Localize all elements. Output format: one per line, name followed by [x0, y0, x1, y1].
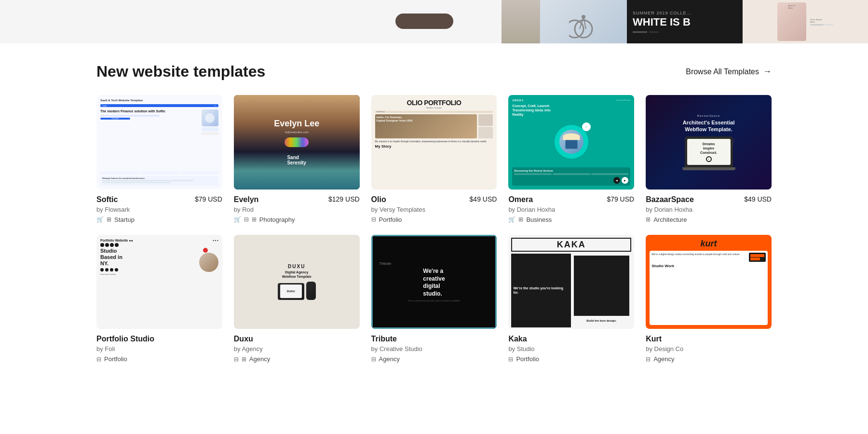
grid-icon-4: ⊞ [646, 216, 651, 223]
softic-tag-label: Startup [114, 216, 135, 223]
layout-icon-5: ⊟ [371, 356, 376, 363]
olio-tags: ⊟ Portfolio [371, 216, 497, 223]
portfolio-tags: ⊟ Portfolio [96, 355, 222, 363]
evelyn-thumbnail: Evelyn Lee hi@evelynlee.com Sand Serenit… [234, 95, 360, 190]
softic-name: Softic [96, 195, 118, 204]
layout-icon-7: ⊟ [646, 356, 651, 363]
evelyn-info: Evelyn $129 USD [234, 195, 360, 204]
tribute-sub-display: This is to demonstrate the wide range of… [404, 299, 464, 302]
tribute-thumbnail: Tribute We're a creative digital studio.… [371, 235, 497, 329]
grid-icon: ⊞ [107, 216, 111, 223]
evelyn-tags: 🛒 ⊟ ⊞ Photography [234, 216, 360, 223]
grid-icon-5: ⊞ [242, 356, 246, 363]
duxu-brand-display: DUXU [288, 264, 305, 269]
template-card-tribute[interactable]: Tribute We're a creative digital studio.… [371, 235, 497, 363]
softic-thumbnail: SaaS & Tech Website Template Softic ●●● … [96, 95, 222, 190]
cart-icon: 🛒 [96, 216, 104, 223]
evelyn-author: by Rod [234, 206, 360, 213]
omera-info: Omera $79 USD [508, 195, 634, 204]
hero-strip: SUMMER 2019 COLLE... WHITE IS B Back Pic… [0, 0, 868, 43]
evelyn-bottom-display: Sand Serenity [287, 155, 306, 165]
tribute-heading-display: We're a creative digital studio. [419, 268, 448, 298]
cart-icon-3: 🛒 [508, 216, 515, 223]
omera-tag-label: Business [526, 216, 552, 223]
portfolio-thumbnail: Portfolio Website ●● ● ● ● StudioBased i… [96, 235, 222, 329]
template-card-omera[interactable]: OMERA Concept Craft Launch Concept, Craf… [508, 95, 634, 223]
evelyn-name-display: Evelyn Lee [274, 119, 319, 129]
template-card-kaka[interactable]: KAKA We're the studio you're looking for… [508, 235, 634, 363]
preview-card-4: Back PicBlack Some SharedBlack [743, 0, 868, 43]
bazaar-tags: ⊞ Architecture [646, 216, 772, 223]
olio-info: Olio $49 USD [371, 195, 497, 204]
bazaar-thumbnail: BazaarSpace Architect's EssentialWebflow… [646, 95, 772, 190]
template-card-portfolio[interactable]: Portfolio Website ●● ● ● ● StudioBased i… [96, 235, 222, 363]
template-card-softic[interactable]: SaaS & Tech Website Template Softic ●●● … [96, 95, 222, 223]
kurt-studio-display: Studio Work [651, 264, 766, 268]
evelyn-name: Evelyn [234, 195, 259, 204]
tribute-tags: ⊟ Agency [371, 355, 497, 363]
kurt-name: Kurt [646, 335, 662, 343]
olio-tag-label: Portfolio [379, 216, 402, 223]
kurt-info: Kurt [646, 335, 772, 343]
portfolio-name: Portfolio Studio [96, 335, 154, 343]
layout-icon-6: ⊟ [508, 356, 513, 363]
svg-point-2 [582, 15, 585, 19]
template-card-olio[interactable]: OLIO PORTFOLIO Webflow Template PORTFOLI… [371, 95, 497, 223]
olio-thumbnail: OLIO PORTFOLIO Webflow Template PORTFOLI… [371, 95, 497, 190]
layout-icon-2: ⊟ [371, 216, 376, 223]
portfolio-author: by Foli [96, 345, 222, 353]
softic-info: Softic $79 USD [96, 195, 222, 204]
softic-tags: 🛒 ⊞ Startup [96, 216, 222, 223]
tribute-info: Tribute [371, 335, 497, 343]
bazaar-info: BazaarSpace $49 USD [646, 195, 772, 204]
kaka-logo-display: KAKA [511, 238, 631, 252]
tribute-tag-label: Agency [379, 355, 400, 363]
kaka-tags: ⊟ Portfolio [508, 355, 634, 363]
hero-pill [395, 14, 453, 29]
duxu-tags: ⊟ ⊞ Agency [234, 355, 360, 363]
duxu-info: Duxu [234, 335, 360, 343]
arrow-icon: → [763, 67, 772, 77]
tribute-name: Tribute [371, 335, 397, 343]
portfolio-info: Portfolio Studio [96, 335, 222, 343]
kurt-logo-display: kurt [650, 239, 768, 249]
bazaar-name: BazaarSpace [646, 195, 694, 204]
kaka-build-text: Build the best design. [586, 319, 616, 322]
evelyn-price: $129 USD [328, 195, 360, 203]
browse-all-link[interactable]: Browse All Templates → [686, 67, 772, 77]
duxu-name: Duxu [234, 335, 253, 343]
kaka-thumbnail: KAKA We're the studio you're looking for… [508, 235, 634, 329]
layout-icon: ⊟ [244, 216, 249, 223]
layout-icon-3: ⊟ [96, 356, 101, 363]
omera-tags: 🛒 ⊞ Business [508, 216, 634, 223]
duxu-subtitle-display: Digital Agency Webflow Template [282, 270, 312, 279]
evelyn-tag-label: Photography [259, 216, 295, 223]
omera-name: Omera [508, 195, 533, 204]
template-card-evelyn[interactable]: Evelyn Lee hi@evelynlee.com Sand Serenit… [234, 95, 360, 223]
kaka-author: by Studio [508, 345, 634, 353]
omera-price: $79 USD [607, 195, 634, 203]
kurt-tags: ⊟ Agency [646, 355, 772, 363]
bazaar-author: by Dorian Hoxha [646, 206, 772, 213]
preview-card-2 [540, 0, 627, 43]
bazaar-tag-label: Architecture [653, 216, 687, 223]
omera-author: by Dorian Hoxha [508, 206, 634, 213]
duxu-author: by Agency [234, 345, 360, 353]
portfolio-tag-label: Portfolio [104, 355, 127, 363]
kaka-tag-label: Portfolio [516, 355, 539, 363]
duxu-laptop-text: DUXU [280, 285, 302, 298]
bazaar-label-display: BazaarSpace [697, 114, 720, 117]
template-card-duxu[interactable]: DUXU Digital Agency Webflow Template DUX… [234, 235, 360, 363]
kaka-name: Kaka [508, 335, 527, 343]
browse-label: Browse All Templates [686, 68, 759, 76]
template-card-bazaar[interactable]: BazaarSpace Architect's EssentialWebflow… [646, 95, 772, 223]
template-card-kurt[interactable]: kurt We're a digital design studio conne… [646, 235, 772, 363]
preview-card-3: SUMMER 2019 COLLE... WHITE IS B [627, 0, 743, 43]
section-header: New website templates Browse All Templat… [0, 43, 868, 95]
kaka-studio-text: We're the studio you're looking for. [513, 286, 569, 295]
cart-icon-2: 🛒 [234, 216, 241, 223]
kurt-thumbnail: kurt We're a digital design studio conne… [646, 235, 772, 329]
templates-grid: SaaS & Tech Website Template Softic ●●● … [0, 95, 868, 382]
kurt-tag-label: Agency [653, 355, 674, 363]
grid-icon-3: ⊞ [518, 216, 523, 223]
